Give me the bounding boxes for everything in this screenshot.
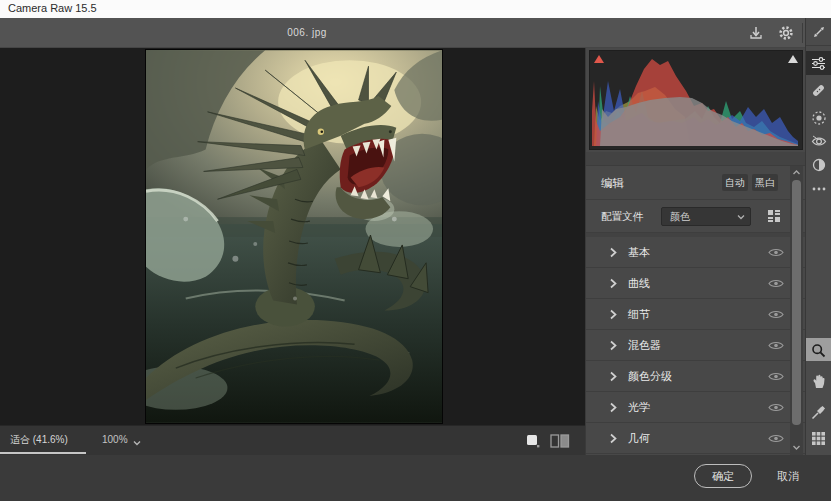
zoom-footer: 适合 (41.6%) 100%	[0, 425, 585, 455]
section-detail[interactable]: 细节	[586, 299, 806, 330]
cancel-button[interactable]: 取消	[766, 464, 810, 488]
scroll-down-icon[interactable]	[791, 442, 802, 453]
shadow-clipping-toggle[interactable]	[593, 54, 605, 64]
section-optics[interactable]: 光学	[586, 392, 806, 423]
red-eye-tool-button[interactable]	[810, 133, 827, 150]
section-geometry[interactable]: 几何	[586, 423, 806, 454]
edit-sliders-icon	[811, 56, 826, 71]
zoom-fit-tab[interactable]: 适合 (41.6%)	[0, 426, 78, 454]
visibility-eye-icon[interactable]	[768, 309, 784, 320]
section-label: 光学	[628, 392, 650, 423]
active-tab-underline	[0, 452, 86, 454]
toolbar-divider	[802, 23, 803, 43]
zoom-level-dropdown[interactable]	[131, 435, 143, 447]
section-label: 曲线	[628, 268, 650, 299]
chevron-right-icon	[608, 432, 618, 445]
download-button[interactable]	[747, 24, 765, 42]
ok-button[interactable]: 确定	[694, 464, 752, 488]
more-options-button[interactable]	[810, 180, 827, 197]
red-eye-icon	[811, 135, 827, 148]
section-label: 细节	[628, 299, 650, 330]
bottom-action-bar: 确定 取消	[0, 455, 831, 501]
profile-dropdown[interactable]: 颜色	[661, 207, 751, 226]
white-balance-eyedropper-icon	[811, 405, 826, 420]
profile-browser-button[interactable]	[766, 208, 784, 224]
more-options-icon	[811, 186, 827, 192]
edit-label: 编辑	[601, 166, 624, 200]
single-view-button[interactable]	[526, 434, 540, 448]
download-icon	[748, 25, 764, 41]
section-label: 基本	[628, 237, 650, 268]
settings-gear-icon	[778, 25, 794, 41]
section-curve[interactable]: 曲线	[586, 268, 806, 299]
fullscreen-button[interactable]	[810, 23, 827, 40]
profile-value: 颜色	[670, 208, 690, 225]
window-title: Camera Raw 15.5	[8, 2, 97, 14]
highlight-clipping-toggle[interactable]	[787, 54, 799, 64]
histogram-graph	[590, 51, 802, 149]
zoom-100-tab[interactable]: 100%	[94, 426, 136, 454]
chevron-right-icon	[608, 339, 618, 352]
filename-label: 006. jpg	[0, 18, 614, 48]
section-label: 颜色分级	[628, 361, 672, 392]
presets-icon	[811, 157, 827, 173]
black-white-button[interactable]: 黑白	[752, 174, 778, 191]
healing-tool-button[interactable]	[810, 82, 827, 99]
chevron-right-icon	[608, 370, 618, 383]
grid-overlay-icon	[811, 431, 826, 446]
dragon-artwork	[146, 50, 442, 423]
info-strip	[586, 152, 806, 166]
chevron-right-icon	[608, 277, 618, 290]
chevron-down-icon	[736, 212, 746, 222]
section-label: 几何	[628, 423, 650, 454]
grid-overlay-button[interactable]	[810, 430, 827, 447]
scrollbar-thumb[interactable]	[792, 180, 801, 425]
chevron-right-icon	[608, 308, 618, 321]
before-after-view-button[interactable]	[550, 434, 570, 448]
adjustment-sections: 基本 曲线 细节 混色器 颜色分级 光学	[586, 237, 806, 454]
chevron-down-icon	[131, 437, 143, 449]
visibility-eye-icon[interactable]	[768, 433, 784, 444]
window-titlebar: Camera Raw 15.5	[0, 0, 831, 18]
zoom-tool-button[interactable]	[810, 342, 827, 359]
visibility-eye-icon[interactable]	[768, 340, 784, 351]
section-color-grading[interactable]: 颜色分级	[586, 361, 806, 392]
masking-icon	[811, 110, 827, 126]
edit-header-row: 编辑 自动 黑白	[586, 166, 806, 200]
tool-divider	[806, 45, 831, 46]
settings-button[interactable]	[777, 24, 795, 42]
chevron-right-icon	[608, 401, 618, 414]
edit-tool-button[interactable]	[810, 55, 827, 72]
zoom-tool-icon	[811, 343, 826, 358]
masking-tool-button[interactable]	[810, 109, 827, 126]
visibility-eye-icon[interactable]	[768, 247, 784, 258]
hand-tool-button[interactable]	[810, 373, 827, 390]
fullscreen-icon	[812, 25, 826, 39]
visibility-eye-icon[interactable]	[768, 402, 784, 413]
hand-tool-icon	[812, 374, 826, 389]
profile-row: 配置文件 颜色	[586, 200, 806, 233]
scroll-up-icon[interactable]	[791, 167, 802, 178]
preview-canvas	[0, 48, 585, 425]
panel-scrollbar[interactable]	[790, 166, 803, 455]
histogram[interactable]	[589, 50, 803, 150]
single-view-icon	[526, 434, 540, 448]
chevron-right-icon	[608, 246, 618, 259]
section-label: 混色器	[628, 330, 661, 361]
auto-button[interactable]: 自动	[722, 174, 748, 191]
white-balance-tool-button[interactable]	[810, 404, 827, 421]
right-tool-column	[805, 18, 831, 455]
before-after-icon	[550, 434, 570, 448]
top-toolbar: 006. jpg	[0, 18, 831, 48]
photo-preview[interactable]	[145, 49, 443, 424]
section-basic[interactable]: 基本	[586, 237, 806, 268]
visibility-eye-icon[interactable]	[768, 371, 784, 382]
section-color-mixer[interactable]: 混色器	[586, 330, 806, 361]
profile-browser-grid-icon	[766, 208, 784, 224]
healing-brush-icon	[811, 83, 826, 98]
profile-label: 配置文件	[601, 200, 643, 233]
visibility-eye-icon[interactable]	[768, 278, 784, 289]
edit-panel: 编辑 自动 黑白 配置文件 颜色 基本	[585, 48, 805, 455]
presets-tool-button[interactable]	[810, 156, 827, 173]
